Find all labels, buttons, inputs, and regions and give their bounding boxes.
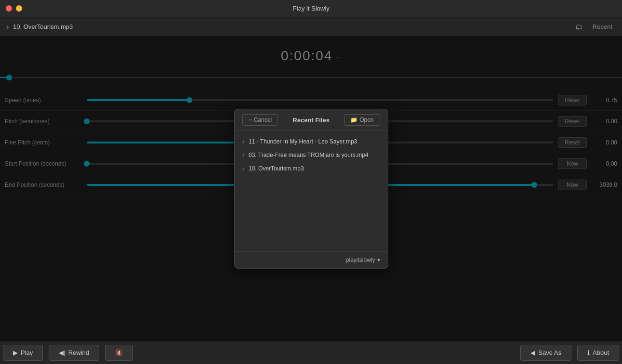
profile-label: playitslowly [346,257,375,263]
play-button[interactable]: ▶ Play [3,345,43,361]
mute-icon: 🔇 [115,349,123,356]
list-item[interactable]: ♪ 10. OverTourism.mp3 [235,162,388,175]
cancel-label: Cancel [254,117,272,123]
play-label: Play [21,349,33,356]
list-item[interactable]: ♪ 11 - Thunder In My Heart - Leo Sayer.m… [235,135,388,148]
open-label: Open [359,117,373,123]
modal-profile-button[interactable]: playitslowly ▾ [346,257,380,263]
close-button[interactable] [6,5,12,12]
about-label: About [593,349,609,356]
modal-overlay: ○ Cancel Recent Files 📁 Open ♪ 11 - Thun… [0,37,622,341]
mute-button[interactable]: 🔇 [105,345,133,361]
modal-footer: playitslowly ▾ [235,251,388,268]
file-name-1: 11 - Thunder In My Heart - Leo Sayer.mp3 [249,138,357,145]
app-title: Play it Slowly [292,5,330,12]
list-item[interactable]: ♪ 03. Trade-Free means TROMjaro is yours… [235,148,388,162]
recent-files-modal: ○ Cancel Recent Files 📁 Open ♪ 11 - Thun… [234,109,388,269]
about-icon: ℹ [587,349,590,356]
current-file-name: 10. OverTourism.mp3 [13,23,569,30]
save-as-button[interactable]: ◀ Save As [520,345,571,361]
open-folder-button[interactable]: 🗂 [573,21,585,33]
main-area: 0:00:04 ... Speed (times) Reset 0.75 Pit… [0,37,622,341]
profile-arrow: ▾ [377,257,380,263]
modal-open-button[interactable]: 📁 Open [344,114,380,126]
modal-cancel-button[interactable]: ○ Cancel [242,114,278,126]
file-name-3: 10. OverTourism.mp3 [249,165,304,172]
modal-header: ○ Cancel Recent Files 📁 Open [235,109,388,131]
save-as-label: Save As [538,349,561,356]
save-as-icon: ◀ [530,349,535,356]
rewind-button[interactable]: ◀| Rewind [49,345,99,361]
recent-button[interactable]: Recent [589,21,616,32]
rewind-label: Rewind [68,349,89,356]
cancel-radio-icon: ○ [249,117,252,123]
modal-title: Recent Files [282,117,340,124]
music-icon: ♪ [6,23,9,31]
rewind-icon: ◀| [59,349,65,356]
file-music-icon-2: ♪ [242,152,245,158]
minimize-button[interactable] [16,5,22,12]
file-music-icon-1: ♪ [242,139,245,144]
window-controls [6,5,22,12]
open-folder-icon: 📁 [350,117,357,123]
title-bar: Play it Slowly [0,0,622,17]
modal-file-list: ♪ 11 - Thunder In My Heart - Leo Sayer.m… [235,131,388,251]
file-name-2: 03. Trade-Free means TROMjaro is yours.m… [249,152,369,158]
about-button[interactable]: ℹ About [577,345,619,361]
bottom-toolbar: ▶ Play ◀| Rewind 🔇 ◀ Save As ℹ About [0,341,622,364]
play-icon: ▶ [13,349,18,356]
file-bar: ♪ 10. OverTourism.mp3 🗂 Recent [0,17,622,37]
file-music-icon-3: ♪ [242,166,245,171]
